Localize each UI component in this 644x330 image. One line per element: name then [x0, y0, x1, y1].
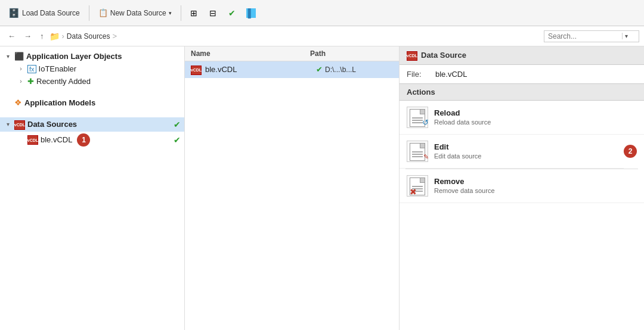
detail-panel: vCDL Data Source File: ble.vCDL Actions [400, 46, 644, 330]
ble-vcdl-check-icon: ✔ [174, 135, 181, 145]
app-layer-label: Application Layer Objects [26, 52, 122, 61]
new-icon: 📋 [98, 8, 108, 17]
data-sources-icon: vCDL [14, 119, 25, 130]
badge-2: 2 [624, 145, 637, 158]
file-label: File: [407, 70, 431, 79]
detail-file-field: File: ble.vCDL [400, 65, 644, 83]
app-layer-group[interactable]: ▾ ⬛ Application Layer Objects [0, 50, 184, 63]
reload-title: Reload [434, 108, 491, 117]
badge-1: 1 [77, 133, 90, 147]
edit-action-text: Edit Edit data source [434, 142, 482, 160]
edit-action-icon-container: ✎ [407, 141, 428, 162]
breadcrumb: › Data Sources > [62, 32, 542, 41]
list-icon: ⊟ [209, 8, 216, 18]
col-path-header: Path [310, 49, 393, 58]
recently-added-item[interactable]: › ✚ Recently Added [0, 75, 184, 88]
forward-button[interactable]: → [21, 30, 35, 42]
edit-action-row: ✎ Edit Edit data source 2 [400, 135, 644, 169]
edit-title: Edit [434, 142, 482, 151]
highlight-icon: ▌ [246, 8, 256, 18]
dropdown-arrow-icon: ▾ [169, 10, 172, 16]
ble-vcdl-icon: vCDL [27, 135, 38, 145]
expand-app-layer-icon[interactable]: ▾ [4, 53, 12, 60]
remove-action-icon-container: ✖ [407, 175, 428, 197]
iot-enabler-item[interactable]: › fx IoTEnabler [0, 63, 184, 75]
iot-label: IoTEnabler [39, 64, 77, 73]
up-button[interactable]: ↑ [37, 30, 47, 42]
recently-label: Recently Added [36, 77, 91, 86]
list-row-icon: vCDL [191, 64, 202, 75]
data-sources-label: Data Sources [27, 120, 77, 129]
tree-panel: ▾ ⬛ Application Layer Objects › fx IoTEn… [0, 46, 185, 330]
search-dropdown-button[interactable]: ▾ [622, 33, 628, 39]
expand-iot-icon[interactable]: › [17, 66, 25, 72]
reload-action-icon-container: ↺ [407, 107, 428, 128]
breadcrumb-item[interactable]: Data Sources [67, 32, 110, 41]
app-models-icon: ❖ [14, 98, 22, 107]
edit-action[interactable]: ✎ Edit Edit data source [400, 135, 624, 169]
toolbar-divider-1 [89, 5, 89, 21]
reload-overlay-icon: ↺ [422, 118, 429, 127]
list-row-name: ble.vCDL [205, 65, 312, 74]
check-icon: ✔ [228, 8, 236, 18]
list-path-value: D:\...\b...L [325, 66, 356, 74]
new-data-source-button[interactable]: 📋 New Data Source ▾ [94, 6, 177, 20]
edit-overlay-icon: ✎ [423, 153, 429, 161]
detail-section-title: Data Source [421, 51, 466, 60]
remove-action-text: Remove Remove data source [434, 177, 495, 194]
remove-overlay-icon: ✖ [410, 187, 417, 197]
recently-icon: ✚ [27, 77, 34, 86]
search-container: ▾ [544, 30, 639, 42]
remove-title: Remove [434, 177, 495, 186]
remove-subtitle: Remove data source [434, 187, 495, 194]
file-value: ble.vCDL [435, 70, 467, 79]
nav-folder-icon: 📁 [49, 32, 60, 41]
app-layer-icon: ⬛ [14, 52, 24, 61]
expand-data-sources-icon[interactable]: ▾ [4, 121, 12, 127]
remove-action[interactable]: ✖ Remove Remove data source [400, 169, 644, 203]
list-header: Name Path [185, 46, 399, 61]
load-icon: 🗄️ [8, 8, 20, 18]
expand-recently-icon[interactable]: › [17, 78, 25, 85]
app-models-label: Application Models [24, 98, 95, 107]
list-view-button[interactable]: ⊟ [205, 5, 221, 21]
actions-label: Actions [407, 88, 435, 96]
navigation-bar: ← → ↑ 📁 › Data Sources > ▾ [0, 26, 644, 46]
breadcrumb-arrow: > [113, 32, 117, 41]
ble-vcdl-tree-item[interactable]: vCDL ble.vCDL 1 ✔ [0, 132, 184, 148]
ble-vcdl-tree-label: ble.vCDL [41, 135, 72, 144]
col-name-header: Name [191, 49, 310, 58]
main-layout: ▾ ⬛ Application Layer Objects › fx IoTEn… [0, 46, 644, 330]
edit-subtitle: Edit data source [434, 152, 482, 160]
list-row-path: ✔ D:\...\b...L [316, 65, 393, 74]
load-data-source-button[interactable]: 🗄️ Load Data Source [4, 5, 85, 21]
list-row[interactable]: vCDL ble.vCDL ✔ D:\...\b...L [185, 61, 399, 78]
new-label: New Data Source [110, 9, 166, 17]
search-input[interactable] [548, 32, 620, 41]
reload-action[interactable]: ↺ Reload Reload data source [400, 101, 644, 135]
list-path-check-icon: ✔ [316, 65, 323, 74]
data-sources-check-icon: ✔ [174, 120, 181, 129]
grid-icon: ⊞ [190, 8, 197, 18]
check-button[interactable]: ✔ [224, 5, 240, 21]
detail-section-header: vCDL Data Source [400, 46, 644, 65]
reload-action-text: Reload Reload data source [434, 108, 491, 126]
data-sources-group[interactable]: ▾ vCDL Data Sources ✔ [0, 117, 184, 132]
highlight-button[interactable]: ▌ [243, 5, 259, 21]
grid-view-button[interactable]: ⊞ [185, 5, 202, 21]
load-label: Load Data Source [22, 9, 80, 17]
actions-header: Actions [400, 83, 644, 101]
reload-subtitle: Reload data source [434, 119, 491, 126]
toolbar-divider-2 [181, 5, 181, 21]
detail-icon: vCDL [407, 50, 417, 61]
toolbar: 🗄️ Load Data Source 📋 New Data Source ▾ … [0, 0, 644, 26]
list-panel: Name Path vCDL ble.vCDL ✔ D:\...\b...L [185, 46, 400, 330]
breadcrumb-separator: › [62, 32, 64, 41]
app-models-group[interactable]: ❖ Application Models [0, 96, 184, 109]
iot-icon: fx [27, 65, 36, 73]
back-button[interactable]: ← [5, 30, 18, 42]
